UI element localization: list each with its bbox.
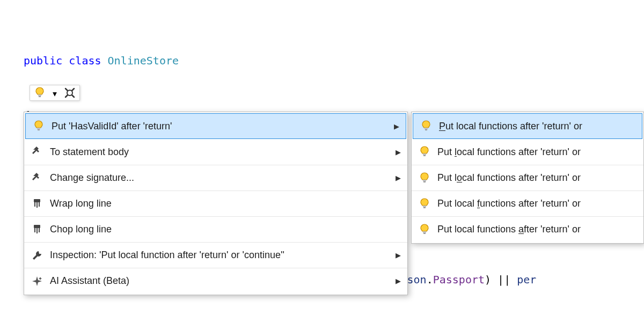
menu-item[interactable]: Inspection: 'Put local function after 'r… [24, 242, 407, 268]
bulb-icon [31, 120, 46, 132]
hammer-icon [30, 173, 45, 184]
submenu-item-label: Put local functions after 'return' or [434, 121, 635, 132]
svg-rect-21 [423, 180, 426, 181]
submenu-arrow-icon: ▶ [393, 277, 401, 285]
svg-rect-20 [423, 155, 426, 156]
menu-item[interactable]: AI Assistant (Beta)▶ [24, 268, 407, 294]
bulb-icon [417, 224, 432, 236]
wrench-icon [30, 250, 45, 261]
menu-item[interactable]: To statement body▶ [24, 139, 407, 165]
svg-line-2 [65, 89, 68, 91]
submenu-arrow-icon: ▶ [393, 174, 401, 182]
submenu-item[interactable]: Put local functions after 'return' or [413, 113, 642, 139]
svg-rect-23 [423, 206, 426, 207]
bulb-icon [417, 146, 432, 158]
svg-rect-24 [423, 207, 426, 208]
menu-item-label: Inspection: 'Put local function after 'r… [45, 250, 393, 261]
menu-item-label: Wrap long line [45, 198, 393, 209]
lightbulb-icon [32, 87, 47, 99]
svg-rect-8 [38, 129, 40, 130]
submenu-item-label: Put local functions after 'return' or [432, 147, 637, 158]
submenu-item-label: Put local functions after 'return' or [432, 224, 637, 235]
bulb-icon [417, 198, 432, 210]
brush-icon [30, 198, 45, 210]
svg-rect-22 [423, 181, 426, 182]
quick-actions-submenu: Put local functions after 'return' or Pu… [411, 112, 644, 244]
svg-rect-17 [425, 128, 428, 129]
hammer-icon [30, 147, 45, 157]
menu-item-label: Change signature... [45, 172, 393, 184]
svg-rect-18 [425, 129, 427, 130]
svg-rect-0 [38, 94, 41, 96]
submenu-arrow-icon: ▶ [393, 251, 401, 259]
brush-icon [30, 224, 45, 236]
svg-rect-7 [37, 128, 40, 129]
sparkle-icon [30, 276, 45, 287]
svg-rect-19 [423, 153, 426, 155]
menu-item-label: Chop long line [45, 224, 393, 235]
quick-actions-menu: Put 'HasValidId' after 'return'▶ To stat… [24, 112, 408, 295]
menu-item[interactable]: Change signature...▶ [24, 165, 407, 191]
bulb-icon [419, 120, 434, 132]
submenu-item-label: Put local functions after 'return' or [432, 172, 637, 184]
submenu-item[interactable]: Put local functions after 'return' or [412, 139, 643, 165]
svg-line-6 [72, 95, 74, 97]
bulb-icon [417, 172, 432, 184]
menu-item[interactable]: Wrap long line [24, 191, 407, 216]
lightbulb-gutter[interactable]: ▾ [30, 85, 80, 101]
svg-rect-26 [423, 233, 426, 234]
caret-down-icon: ▾ [52, 87, 58, 100]
svg-rect-1 [39, 96, 41, 97]
svg-rect-25 [423, 231, 426, 233]
svg-line-5 [65, 95, 68, 97]
submenu-item[interactable]: Put local functions after 'return' or [412, 191, 643, 216]
menu-item[interactable]: Chop long line [24, 216, 407, 242]
svg-rect-9 [34, 199, 40, 202]
submenu-item[interactable]: Put local functions after 'return' or [412, 165, 643, 191]
menu-item-label: To statement body [45, 147, 393, 158]
submenu-arrow-icon: ▶ [393, 148, 401, 156]
svg-rect-13 [34, 225, 40, 228]
submenu-item-label: Put local functions after 'return' or [432, 198, 637, 209]
menu-item-label: AI Assistant (Beta) [45, 275, 393, 287]
svg-line-3 [72, 89, 74, 91]
submenu-arrow-icon: ▶ [392, 122, 399, 130]
menu-item-label: Put 'HasValidId' after 'return' [46, 121, 392, 132]
menu-item[interactable]: Put 'HasValidId' after 'return'▶ [25, 113, 406, 139]
magnifier-icon [62, 87, 77, 98]
submenu-item[interactable]: Put local functions after 'return' or [412, 216, 643, 242]
